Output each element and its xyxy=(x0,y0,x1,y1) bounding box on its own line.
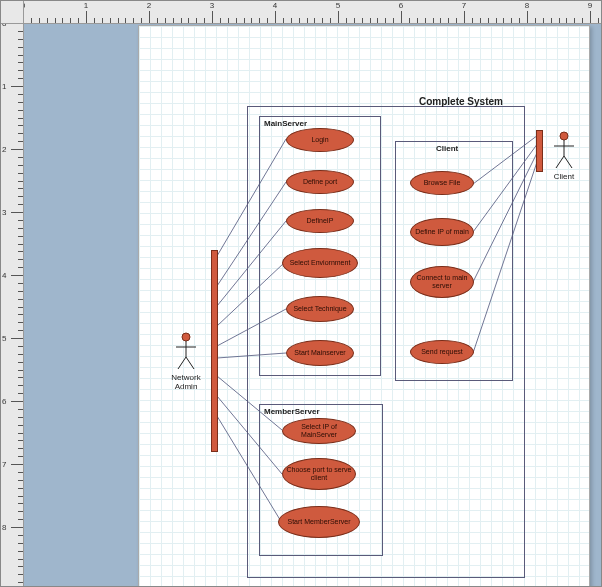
svg-point-13 xyxy=(182,333,190,341)
usecase-connect-main[interactable]: Connect to main server xyxy=(410,266,474,298)
canvas[interactable]: Complete System MainServer Login Define … xyxy=(23,23,601,586)
usecase-define-ip-main[interactable]: Define IP of main xyxy=(410,218,474,246)
actor-admin-label: Network Admin xyxy=(161,373,211,391)
subsystem-memberserver-title: MemberServer xyxy=(264,407,320,416)
svg-line-22 xyxy=(564,156,572,168)
subsystem-mainserver-title: MainServer xyxy=(264,119,307,128)
ruler-vertical[interactable]: 0123456789 xyxy=(1,23,24,586)
usecase-define-ip[interactable]: DefineIP xyxy=(286,209,354,233)
svg-line-21 xyxy=(556,156,564,168)
diagram-editor: 0123456789 0123456789 xyxy=(0,0,602,587)
actor-icon xyxy=(552,130,576,170)
ruler-corner xyxy=(1,1,24,24)
usecase-send-request[interactable]: Send request xyxy=(410,340,474,364)
svg-point-18 xyxy=(560,132,568,140)
usecase-select-env[interactable]: Select Enviornment xyxy=(282,248,358,278)
svg-line-16 xyxy=(178,357,186,369)
usecase-define-port[interactable]: Define port xyxy=(286,170,354,194)
actor-icon xyxy=(174,331,198,371)
usecase-choose-port[interactable]: Choose port to serve client xyxy=(282,458,356,490)
usecase-select-ip-ms[interactable]: Select IP of MainServer xyxy=(282,418,356,444)
actor-network-admin[interactable]: Network Admin xyxy=(161,331,211,391)
subsystem-client-title: Client xyxy=(436,144,458,153)
system-title: Complete System xyxy=(419,96,503,107)
usecase-select-tech[interactable]: Select Technique xyxy=(286,296,354,322)
ruler-horizontal[interactable]: 0123456789 xyxy=(23,1,601,24)
subsystem-mainserver[interactable]: MainServer xyxy=(259,116,381,376)
usecase-login[interactable]: Login xyxy=(286,128,354,152)
admin-lifeline[interactable] xyxy=(211,250,218,452)
usecase-start-member[interactable]: Start MemberServer xyxy=(278,506,360,538)
page[interactable]: Complete System MainServer Login Define … xyxy=(138,25,590,586)
usecase-start-main[interactable]: Start Mainserver xyxy=(286,340,354,366)
actor-client-label: Client xyxy=(539,172,589,181)
svg-line-17 xyxy=(186,357,194,369)
usecase-browse-file[interactable]: Browse File xyxy=(410,171,474,195)
actor-client[interactable]: Client xyxy=(539,130,589,181)
